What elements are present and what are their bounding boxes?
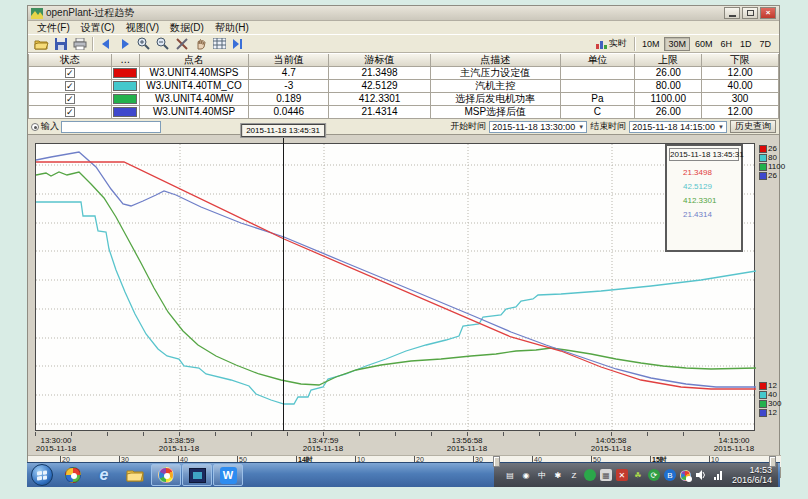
tray-antivirus-icon[interactable] <box>584 469 596 481</box>
range-6h[interactable]: 6H <box>717 38 735 50</box>
row-checkbox[interactable]: ✓ <box>65 107 75 117</box>
realtime-label: 实时 <box>609 37 627 50</box>
zoom-in-icon[interactable] <box>134 35 153 52</box>
range-7d[interactable]: 7D <box>756 38 774 50</box>
realtime-button[interactable]: 实时 <box>592 36 631 51</box>
ime-chinese-icon[interactable]: 中 <box>536 469 548 481</box>
upper-limit-value: 26 <box>768 144 777 153</box>
row-checkbox[interactable]: ✓ <box>65 81 75 91</box>
legend-value: 21.4314 <box>683 210 741 219</box>
go-end-icon[interactable] <box>229 35 248 52</box>
tray-installer-icon[interactable]: ▦ <box>600 469 612 481</box>
print-icon[interactable] <box>70 35 89 52</box>
open-folder-icon[interactable] <box>32 35 51 52</box>
table-row[interactable]: ✓ W3.UNIT4.40MSP 0.0446 21.4314 MSP选择后值 … <box>28 106 779 119</box>
save-icon[interactable] <box>51 35 70 52</box>
tray-sync-icon[interactable]: ⟳ <box>648 469 660 481</box>
system-tray: ▤ ◉ 中 ✱ Z ▦ ✕ ☘ ⟳ B 14:53 2016/6/14 <box>494 463 778 487</box>
back-icon[interactable] <box>96 35 115 52</box>
input-label: 输入 <box>41 120 59 133</box>
menu-data[interactable]: 数据(D) <box>165 21 209 35</box>
data-table-icon[interactable] <box>210 35 229 52</box>
start-time-dropdown[interactable]: 2015-11-18 13:30:00 ▼ <box>489 121 587 133</box>
menu-file[interactable]: 文件(F) <box>32 21 75 35</box>
taskbar-photo-app-icon[interactable] <box>182 464 212 486</box>
plot-area[interactable] <box>35 143 755 431</box>
zoom-out-icon[interactable] <box>153 35 172 52</box>
ime-mode-icon[interactable]: ◉ <box>520 469 532 481</box>
taskbar: e W ▤ ◉ 中 ✱ Z ▦ ✕ ☘ ⟳ B 14:53 2016/6/14 <box>27 462 780 487</box>
row-checkbox[interactable]: ✓ <box>65 94 75 104</box>
series-color-swatch[interactable] <box>113 68 137 78</box>
x-axis-label: 14:15:002015-11-18 <box>714 437 754 453</box>
upper-limit-value: 1100 <box>768 162 785 171</box>
x-axis-ticks <box>35 432 755 436</box>
close-button[interactable]: × <box>760 7 776 19</box>
taskbar-pinwheel-icon[interactable] <box>151 464 181 486</box>
series-color-swatch[interactable] <box>113 94 137 104</box>
point-description: 选择后发电机功率 <box>431 93 561 106</box>
table-row[interactable]: ✓ W3.UNIT4.40MSPS 4.7 21.3498 主汽压力设定值 26… <box>28 67 779 80</box>
limit-color-swatch <box>759 154 767 162</box>
cursor-values-legend: 2015-11-18 13:45:31 21.3498 42.5129 412.… <box>665 144 743 252</box>
toolbar: 实时 10M 30M 60M 6H 1D 7D <box>28 34 779 53</box>
menu-bar: 文件(F) 设置(C) 视图(V) 数据(D) 帮助(H) <box>28 21 779 34</box>
forward-icon[interactable] <box>115 35 134 52</box>
point-name: W3.UNIT4.40TM_CO <box>140 80 250 93</box>
taskbar-colorful-ball-icon[interactable] <box>58 464 88 486</box>
ime-keyboard-icon[interactable]: ▤ <box>504 469 516 481</box>
volume-icon[interactable] <box>696 469 708 481</box>
start-button[interactable] <box>31 464 53 486</box>
network-icon[interactable] <box>712 471 724 480</box>
point-name: W3.UNIT4.40MSP <box>140 106 250 119</box>
current-value: 0.0446 <box>249 106 329 119</box>
menu-help[interactable]: 帮助(H) <box>210 21 254 35</box>
table-row[interactable]: ✓ W3.UNIT4.40MW 0.189 412.3301 选择后发电机功率 … <box>28 93 779 106</box>
taskbar-explorer-icon[interactable] <box>120 464 150 486</box>
trend-line-W3.UNIT4.40TM_CO <box>36 202 756 404</box>
minimize-button[interactable] <box>724 7 740 19</box>
unit <box>561 67 636 80</box>
range-60m[interactable]: 60M <box>692 38 716 50</box>
table-row[interactable]: ✓ W3.UNIT4.40TM_CO -3 42.5129 汽机主控 80.00… <box>28 80 779 93</box>
taskbar-w-app-icon[interactable]: W <box>213 464 243 486</box>
row-checkbox[interactable]: ✓ <box>65 68 75 78</box>
point-search-input[interactable] <box>61 121 161 133</box>
ime-fullhalf-icon[interactable]: Z <box>568 469 580 481</box>
menu-settings[interactable]: 设置(C) <box>76 21 120 35</box>
bluetooth-icon[interactable]: B <box>664 469 676 481</box>
pan-hand-icon[interactable] <box>191 35 210 52</box>
clock-date: 2016/6/14 <box>732 475 772 485</box>
col-unit: 单位 <box>561 54 636 67</box>
taskbar-ie-icon[interactable]: e <box>89 464 119 486</box>
legend-timestamp: 2015-11-18 13:45:31 <box>669 148 739 161</box>
series-color-swatch[interactable] <box>113 107 137 117</box>
tools-icon[interactable] <box>172 35 191 52</box>
chevron-down-icon: ▼ <box>718 124 724 130</box>
tray-alert-icon[interactable]: ✕ <box>616 469 628 481</box>
tray-energy-icon[interactable]: ☘ <box>632 469 644 481</box>
unit <box>561 80 636 93</box>
taskbar-clock[interactable]: 14:53 2016/6/14 <box>732 465 772 485</box>
col-point-name: 点名 <box>140 54 250 67</box>
ruler-left-handle[interactable] <box>493 456 500 467</box>
tray-pinwheel-icon[interactable] <box>680 469 692 481</box>
series-color-swatch[interactable] <box>113 81 137 91</box>
chevron-down-icon: ▼ <box>578 124 584 130</box>
restore-button[interactable] <box>742 7 758 19</box>
history-query-button[interactable]: 历史查询 <box>730 120 776 133</box>
limit-color-swatch <box>759 400 767 408</box>
ruler-right-handle[interactable] <box>769 456 776 467</box>
end-time-dropdown[interactable]: 2015-11-18 14:15:00 ▼ <box>629 121 727 133</box>
realtime-chart-icon <box>596 39 607 49</box>
range-30m[interactable]: 30M <box>664 37 690 51</box>
menu-view[interactable]: 视图(V) <box>121 21 164 35</box>
range-10m[interactable]: 10M <box>639 38 663 50</box>
title-bar[interactable]: openPlant-过程趋势 × <box>28 6 779 21</box>
lower-limit-chips: 12 40 300 12 <box>759 381 781 417</box>
ime-settings-icon[interactable]: ✱ <box>552 469 564 481</box>
low-limit: 12.00 <box>702 67 779 80</box>
range-1d[interactable]: 1D <box>737 38 755 50</box>
time-cursor-line[interactable] <box>283 138 284 431</box>
high-limit: 26.00 <box>635 106 702 119</box>
